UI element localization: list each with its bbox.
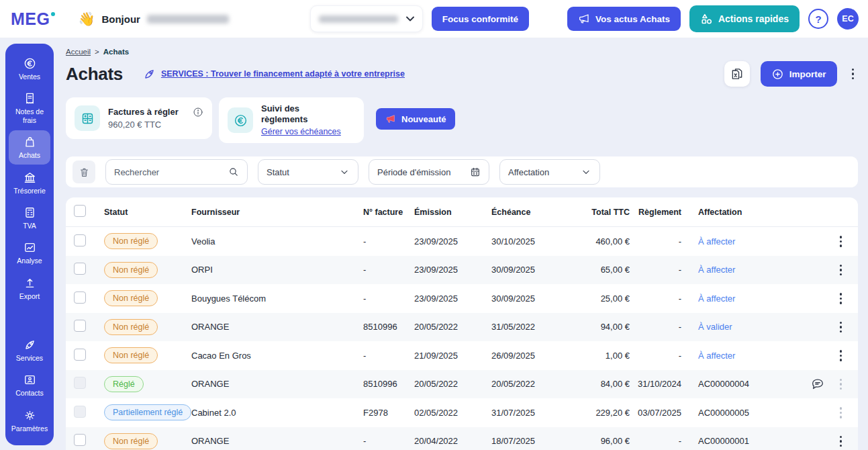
row-menu-button[interactable] [836,433,847,450]
sidebar-item-contacts[interactable]: Contacts [9,368,50,402]
row-checkbox[interactable] [74,377,86,389]
sidebar-item-notes-de-frais[interactable]: Notes de frais [9,87,50,129]
avatar-initials: EC [842,14,853,24]
status-filter[interactable]: Statut [258,159,358,185]
reglement-cell: 31/10/2024 [631,379,683,389]
gear-icon [23,409,36,422]
novelty-button[interactable]: Nouveauté [376,108,455,130]
search-input[interactable] [114,167,215,177]
manage-due-dates-link[interactable]: Gérer vos échéances [261,127,341,136]
due-date-cell: 20/05/2022 [491,379,572,389]
status-badge: Non réglé [104,233,158,249]
megaphone-icon [385,114,396,124]
payments-tracking-card: Suivi des règlements Gérer vos échéances [219,97,364,143]
avatar[interactable]: EC [837,8,859,30]
table-header-row: Statut Fournisseur N° facture Émission É… [66,197,858,227]
sidebar-item-tva[interactable]: TVA [9,201,50,234]
emission-date-cell: 23/09/2025 [414,265,491,275]
total-ttc-cell: 460,00 € [572,236,631,246]
sidebar-item-achats[interactable]: Achats [9,130,50,164]
actions-rapides-label: Actions rapides [718,13,789,24]
affectation-cell[interactable]: À affecter [683,265,790,275]
table-row[interactable]: Non réglé ORANGE - 20/04/2022 18/07/2025… [66,427,858,450]
breadcrumb-home[interactable]: Accueil [66,48,91,56]
sidebar-item-export[interactable]: Export [9,271,50,305]
row-checkbox[interactable] [74,320,86,332]
header-reglement[interactable]: Règlement [631,208,683,217]
sidebar: Ventes Notes de frais Achats Trésorerie … [5,44,54,445]
header-emission[interactable]: Émission [414,208,491,217]
app-logo[interactable]: MEG [11,9,55,29]
rocket-icon [143,68,156,81]
company-name-blurred [319,15,398,23]
affectation-cell[interactable]: À affecter [683,236,790,246]
row-checkbox[interactable] [74,234,86,246]
focus-conformite-button[interactable]: Focus conformité [432,7,529,31]
sidebar-item-analyse[interactable]: Analyse [9,236,50,269]
actus-achats-button[interactable]: Vos actus Achats [567,7,681,31]
emission-date-cell: 20/05/2022 [414,379,491,389]
header-echeance[interactable]: Échéance [491,208,572,217]
header-affectation[interactable]: Affectation [683,208,790,217]
comment-icon[interactable] [810,377,825,392]
sidebar-item-services[interactable]: Services [9,333,50,367]
status-badge: Non réglé [104,319,158,335]
sidebar-item-label: Services [16,354,43,362]
import-button[interactable]: Importer [761,61,837,87]
affectation-cell[interactable]: À affecter [683,351,790,361]
row-checkbox[interactable] [74,263,86,275]
sidebar-item-parametres[interactable]: Paramètres [9,404,50,437]
affectation-cell[interactable]: AC00000005 [683,408,790,418]
affectation-filter[interactable]: Affectation [499,159,600,185]
affectation-cell[interactable]: AC00000004 [683,379,790,389]
row-menu-button[interactable] [836,347,847,364]
services-financing-link[interactable]: SERVICES : Trouver le financement adapté… [143,68,405,81]
table-row[interactable]: Non réglé Veolia - 23/09/2025 30/10/2025… [66,227,858,256]
affectation-cell[interactable]: AC00000001 [683,436,790,446]
calculator-icon [23,206,36,219]
header-fournisseur[interactable]: Fournisseur [191,208,363,217]
help-button[interactable]: ? [808,9,828,29]
chevron-down-icon [581,167,591,177]
table-row[interactable]: Non réglé ORPI - 23/09/2025 30/09/2025 6… [66,256,858,285]
affectation-cell[interactable]: À affecter [683,294,790,304]
table-row[interactable]: Non réglé Bouygues Télécom - 23/09/2025 … [66,284,858,313]
header-total-ttc[interactable]: Total TTC [572,208,631,217]
page-menu-button[interactable] [848,66,859,83]
row-menu-button[interactable] [836,319,847,336]
row-checkbox[interactable] [74,406,86,418]
select-all-checkbox[interactable] [74,205,86,217]
row-menu-button[interactable] [836,290,847,307]
euro-coin-icon [23,57,36,70]
company-selector[interactable] [310,5,423,32]
sidebar-item-tresorerie[interactable]: Trésorerie [9,166,50,199]
header-numero-facture[interactable]: N° facture [363,208,414,217]
table-row[interactable]: Non réglé ORANGE 8510996 20/05/2022 31/0… [66,313,858,342]
delete-button[interactable] [73,161,95,183]
row-menu-button[interactable] [836,262,847,279]
sidebar-item-label: Contacts [15,389,43,397]
services-link-label: SERVICES : Trouver le financement adapté… [161,69,405,79]
table-row[interactable]: Réglé ORANGE 8510996 20/05/2022 20/05/20… [66,370,858,399]
row-menu-button[interactable] [836,233,847,250]
sidebar-item-label: Trésorerie [13,187,45,195]
header-statut[interactable]: Statut [104,208,191,217]
supplier-cell: ORANGE [191,322,363,332]
supplier-cell: ORPI [191,265,363,275]
row-checkbox[interactable] [74,434,86,446]
row-menu-button[interactable] [836,404,847,421]
table-row[interactable]: Non réglé Cacao En Gros - 21/09/2025 26/… [66,341,858,370]
affectation-cell[interactable]: À valider [683,322,790,332]
status-badge: Non réglé [104,433,158,449]
info-icon[interactable] [193,107,203,118]
period-filter[interactable]: Période d'émission [369,159,489,185]
actions-rapides-button[interactable]: Actions rapides [689,5,800,32]
row-checkbox[interactable] [74,291,86,304]
sidebar-item-ventes[interactable]: Ventes [9,52,50,85]
export-excel-button[interactable] [724,61,750,87]
row-menu-button[interactable] [836,376,847,393]
row-checkbox[interactable] [74,349,86,361]
total-ttc-cell: 84,00 € [572,379,631,389]
table-row[interactable]: Partiellement réglé Cabinet 2.0 F2978 02… [66,398,858,427]
wave-emoji: 👋 [78,11,95,27]
